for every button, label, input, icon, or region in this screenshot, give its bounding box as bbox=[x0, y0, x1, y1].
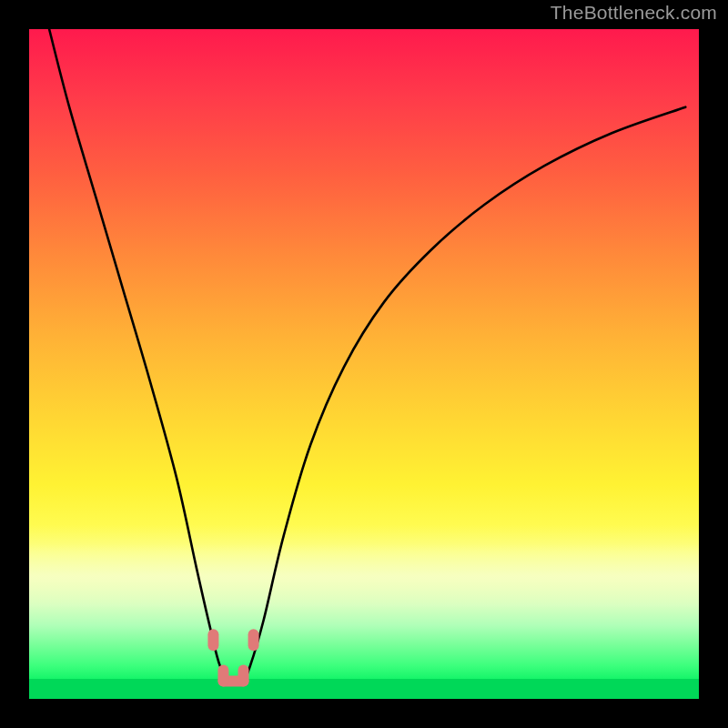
minimum-markers bbox=[207, 629, 258, 686]
chart-area bbox=[29, 29, 699, 699]
watermark-text: TheBottleneck.com bbox=[551, 2, 717, 24]
curve-marker bbox=[207, 629, 218, 651]
bottleneck-curve-svg bbox=[29, 29, 699, 699]
curve-marker bbox=[238, 664, 249, 686]
bottleneck-curve bbox=[49, 29, 685, 681]
curve-marker bbox=[248, 629, 259, 651]
curve-marker bbox=[217, 664, 228, 686]
